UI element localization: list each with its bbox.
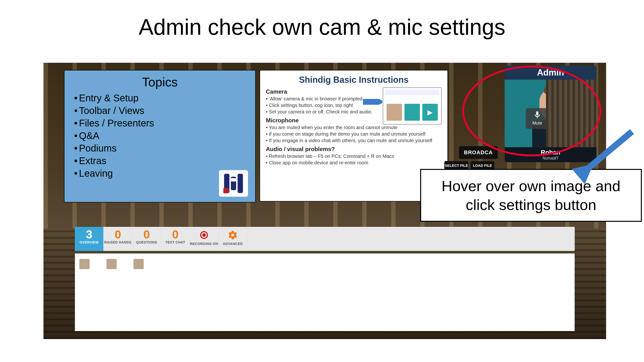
problems-list: Refresh browser tab – F5 on PCs; Command…	[266, 153, 442, 166]
slide-title: Admin check own cam & mic settings	[0, 14, 644, 40]
advanced-label: ADVANCED	[218, 242, 247, 246]
topics-item: Extras	[74, 154, 255, 167]
overview-label: OVERVIEW	[75, 240, 103, 244]
play-icon: ▶	[422, 104, 438, 121]
shindig-logo	[219, 170, 248, 197]
instructions-heading: Shindig Basic Instructions	[266, 75, 442, 85]
settings-button[interactable]: Settings ☝	[552, 108, 576, 129]
participant-avatar[interactable]	[80, 259, 90, 269]
admin-video[interactable]: Mute Settings ☝	[505, 80, 596, 147]
problems-item: Close app on mobile device and re-enter …	[266, 160, 442, 166]
toolbar-text-chat[interactable]: 0 TEXT CHAT	[161, 227, 190, 251]
settings-dialog-thumbnail: ▶	[383, 87, 442, 124]
text-chat-label: TEXT CHAT	[161, 240, 190, 244]
topics-item: Q&A	[74, 129, 255, 142]
participant-avatar[interactable]	[106, 259, 117, 269]
topics-item: Toolbar / Views	[74, 104, 255, 117]
record-icon	[190, 228, 218, 242]
topics-item: Files / Presenters	[74, 117, 255, 129]
problems-item: Refresh browser tab – F5 on PCs; Command…	[266, 153, 442, 160]
gear-icon	[218, 228, 247, 242]
participant-strip	[75, 253, 575, 331]
mute-button[interactable]: Mute	[526, 108, 549, 129]
toolbar-advanced[interactable]: ADVANCED	[218, 227, 247, 251]
text-chat-count: 0	[161, 229, 190, 240]
questions-label: QUESTIONS	[132, 240, 161, 244]
microphone-item: If you engage in a video chat with other…	[266, 137, 442, 144]
admin-name: Rohan	[505, 149, 596, 156]
pointer-cursor-icon: ☝	[569, 123, 576, 129]
raised-hands-label: RAISED HANDS	[104, 240, 132, 244]
problems-heading: Audio / visual problems?	[266, 146, 442, 153]
microphone-list: You are muted when you enter the room an…	[266, 124, 442, 144]
topics-panel: Topics Entry & Setup Toolbar / Views Fil…	[64, 70, 256, 202]
admin-header: Admin	[505, 66, 596, 80]
questions-count: 0	[132, 229, 161, 240]
broadcast-button[interactable]: BROADCA	[459, 146, 498, 159]
svg-point-2	[202, 233, 206, 237]
arrow-icon	[363, 99, 382, 105]
instructions-panel: Shindig Basic Instructions Camera ‘Allow…	[260, 70, 448, 202]
microphone-icon	[533, 110, 542, 119]
bottom-toolbar: 3 OVERVIEW 0 RAISED HANDS 0 QUESTIONS 0 …	[75, 227, 575, 251]
annotation-callout: Hover over own image and click settings …	[420, 169, 642, 222]
microphone-item: You are muted when you enter the room an…	[266, 124, 442, 131]
mute-label: Mute	[532, 121, 542, 125]
settings-label: Settings	[556, 121, 572, 125]
topics-heading: Topics	[64, 75, 255, 89]
recording-label: RECORDING ON	[190, 242, 218, 246]
toolbar-questions[interactable]: 0 QUESTIONS	[132, 227, 161, 251]
overview-count: 3	[75, 229, 103, 240]
topics-list: Entry & Setup Toolbar / Views Files / Pr…	[74, 92, 255, 180]
microphone-item: If you come on stage during the demo you…	[266, 131, 442, 137]
raised-hands-count: 0	[104, 229, 132, 240]
gear-icon	[560, 110, 568, 119]
topics-item: Podiums	[74, 142, 255, 154]
toolbar-recording[interactable]: RECORDING ON	[190, 227, 218, 251]
participant-avatar[interactable]	[134, 259, 144, 269]
toolbar-overview[interactable]: 3 OVERVIEW	[75, 227, 104, 251]
toolbar-raised-hands[interactable]: 0 RAISED HANDS	[104, 227, 132, 251]
admin-webcam-tile[interactable]: Admin Mute Settings ☝ Rohan	[505, 66, 596, 167]
topics-item: Entry & Setup	[74, 92, 255, 104]
